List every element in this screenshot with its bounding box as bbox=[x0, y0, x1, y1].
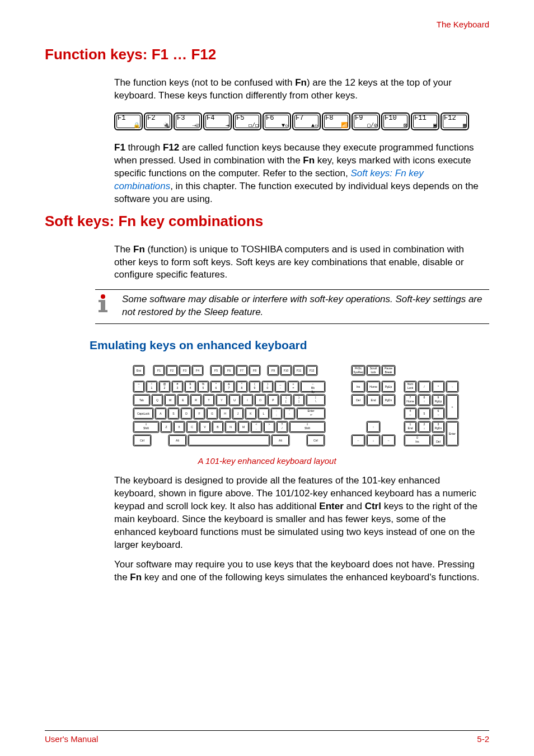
keyboard-diagram: EscF1F2F3F4F5F6F7F8F9F10F11F12PrtScSysRe… bbox=[118, 362, 489, 452]
svg-text:@: @ bbox=[163, 382, 166, 386]
svg-text:F7: F7 bbox=[240, 369, 243, 372]
note-text: Some software may disable or interfere w… bbox=[122, 293, 489, 319]
svg-text:7: 7 bbox=[410, 396, 411, 399]
svg-text:↓: ↓ bbox=[373, 439, 374, 442]
svg-text:PgUp: PgUp bbox=[385, 385, 392, 388]
info-icon bbox=[95, 293, 111, 316]
svg-text:Bk: Bk bbox=[311, 386, 315, 389]
svg-text:+: + bbox=[293, 382, 294, 386]
svg-text:Tab: Tab bbox=[139, 398, 144, 402]
svg-text:8: 8 bbox=[241, 386, 243, 389]
svg-text:Esc: Esc bbox=[137, 369, 142, 372]
page-header-section: The Keyboard bbox=[45, 20, 489, 29]
svg-text:F11: F11 bbox=[297, 369, 302, 372]
para-function-keys-desc: F1 through F12 are called function keys … bbox=[114, 142, 484, 206]
footer-left: User's Manual bbox=[45, 734, 98, 744]
svg-text:Scroll: Scroll bbox=[370, 367, 377, 370]
para-soft-keys-intro: The Fn (function) is unique to TOSHIBA c… bbox=[114, 243, 484, 282]
svg-text:H: H bbox=[224, 412, 226, 415]
svg-text:8: 8 bbox=[424, 396, 425, 399]
svg-text:Pause: Pause bbox=[385, 367, 392, 370]
svg-text:lock: lock bbox=[371, 370, 376, 374]
heading-soft-keys: Soft keys: Fn key combinations bbox=[45, 213, 489, 230]
svg-text:Ctrl: Ctrl bbox=[140, 439, 144, 442]
fkey-f7: F7▲☼ bbox=[292, 112, 321, 130]
svg-text:→: → bbox=[437, 413, 440, 416]
svg-rect-247 bbox=[189, 436, 269, 445]
svg-rect-3 bbox=[99, 310, 107, 312]
svg-text:": " bbox=[289, 409, 290, 412]
para-keyboard-desc: The keyboard is designed to provide all … bbox=[114, 475, 484, 552]
svg-text:L: L bbox=[263, 412, 265, 415]
svg-text:U: U bbox=[233, 398, 236, 402]
svg-text:1: 1 bbox=[410, 422, 411, 426]
svg-text:6: 6 bbox=[216, 386, 217, 389]
svg-text:.: . bbox=[438, 436, 438, 439]
svg-rect-2 bbox=[99, 300, 103, 302]
svg-text:End: End bbox=[408, 426, 413, 430]
svg-text:*: * bbox=[438, 385, 439, 388]
svg-text:Enter: Enter bbox=[449, 432, 456, 435]
svg-text:_: _ bbox=[279, 382, 282, 386]
svg-text:W: W bbox=[169, 398, 172, 402]
svg-text:': ' bbox=[289, 413, 290, 416]
svg-text:←: ← bbox=[312, 382, 315, 386]
svg-text:↑: ↑ bbox=[424, 400, 425, 403]
fkey-f9: F9▢/⊘ bbox=[352, 112, 380, 130]
svg-text:5: 5 bbox=[424, 412, 425, 415]
svg-text:F2: F2 bbox=[170, 369, 174, 372]
fkey-f6: F6▼☼ bbox=[263, 112, 291, 130]
para-fn-simulate: Your software may require you to use key… bbox=[114, 558, 484, 584]
svg-text:Shift: Shift bbox=[143, 426, 149, 430]
svg-text:F9: F9 bbox=[271, 369, 275, 372]
svg-text:F4: F4 bbox=[196, 369, 199, 372]
svg-text:Alt: Alt bbox=[279, 439, 282, 442]
svg-text:+: + bbox=[452, 405, 453, 408]
svg-point-0 bbox=[101, 294, 105, 299]
svg-text:C: C bbox=[191, 425, 193, 429]
svg-text:I: I bbox=[247, 398, 247, 402]
svg-text:T: T bbox=[208, 398, 209, 402]
svg-text:Del: Del bbox=[436, 440, 441, 443]
svg-text:Ins: Ins bbox=[357, 385, 360, 388]
figure-caption: A 101-key enhanced keyboard layout bbox=[45, 456, 489, 466]
svg-text:CapsLock: CapsLock bbox=[137, 412, 150, 415]
svg-text:<: < bbox=[256, 422, 257, 426]
svg-text:0: 0 bbox=[267, 386, 269, 389]
function-key-row: F1🔒F2🔌F3⇢⎚F4⇥F5◻/◻F6▼☼F7▲☼F8📶F9▢/⊘F10⊠F1… bbox=[114, 112, 489, 130]
svg-text:*: * bbox=[241, 382, 242, 386]
fkey-f12: F12▦ bbox=[441, 112, 469, 130]
svg-text:#: # bbox=[177, 382, 179, 386]
svg-text:F8: F8 bbox=[253, 369, 256, 372]
svg-text:N: N bbox=[229, 425, 232, 429]
svg-text:G: G bbox=[211, 412, 213, 415]
svg-text:9: 9 bbox=[438, 396, 439, 399]
svg-text:?: ? bbox=[282, 422, 283, 426]
svg-text:~: ~ bbox=[138, 382, 140, 386]
svg-text:←: ← bbox=[357, 439, 360, 442]
svg-text:0: 0 bbox=[416, 436, 418, 439]
fkey-f8: F8📶 bbox=[322, 112, 350, 130]
svg-text:Lock: Lock bbox=[407, 386, 414, 389]
svg-text:F: F bbox=[198, 412, 200, 415]
fkey-f10: F10⊠ bbox=[381, 112, 410, 130]
svg-text:⇧: ⇧ bbox=[306, 422, 308, 426]
footer-right: 5-2 bbox=[477, 734, 489, 744]
svg-text:;: ; bbox=[276, 413, 277, 416]
svg-text:Sp: Sp bbox=[311, 390, 315, 393]
svg-text:Break: Break bbox=[385, 370, 392, 374]
fkey-f11: F11▣ bbox=[411, 112, 439, 130]
svg-text:>: > bbox=[269, 422, 270, 426]
svg-text:SysReq: SysReq bbox=[353, 370, 363, 374]
svg-text:↓: ↓ bbox=[424, 426, 425, 430]
svg-text:Num: Num bbox=[407, 382, 414, 386]
svg-text:Shift: Shift bbox=[305, 426, 311, 430]
svg-text:$: $ bbox=[190, 382, 191, 386]
svg-text:F5: F5 bbox=[214, 369, 218, 372]
svg-text:Ctrl: Ctrl bbox=[313, 439, 318, 442]
svg-text:PgDn: PgDn bbox=[435, 426, 442, 430]
fkey-f5: F5◻/◻ bbox=[233, 112, 261, 130]
fkey-f3: F3⇢⎚ bbox=[174, 112, 202, 130]
svg-text:,: , bbox=[256, 426, 256, 430]
svg-text:4: 4 bbox=[190, 386, 191, 389]
